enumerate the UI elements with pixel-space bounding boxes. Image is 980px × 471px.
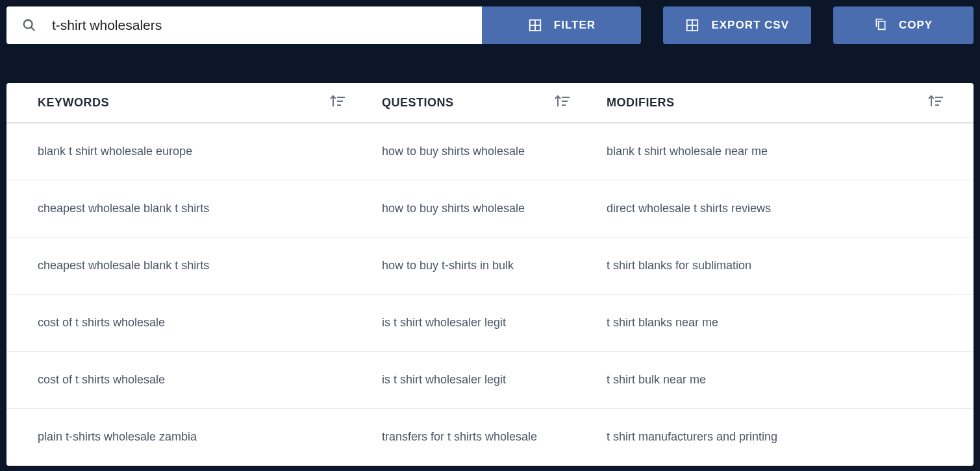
modifier-cell[interactable]: t shirt blanks for sublimation: [600, 237, 974, 295]
copy-label: COPY: [899, 19, 933, 32]
keyword-cell[interactable]: cheapest wholesale blank t shirts: [6, 180, 375, 237]
export-label: EXPORT CSV: [711, 19, 789, 32]
search-box: [6, 6, 482, 44]
svg-point-0: [24, 20, 32, 29]
question-cell[interactable]: is t shirt wholesaler legit: [375, 295, 600, 352]
column-label: KEYWORDS: [38, 96, 109, 110]
sort-icon[interactable]: [928, 95, 944, 111]
svg-rect-8: [879, 21, 885, 29]
modifier-cell[interactable]: direct wholesale t shirts reviews: [600, 180, 974, 237]
question-cell[interactable]: transfers for t shirts wholesale: [375, 409, 600, 466]
column-header-keywords: KEYWORDS: [6, 83, 375, 123]
filter-button[interactable]: FILTER: [482, 6, 641, 44]
column-header-questions: QUESTIONS: [375, 83, 600, 123]
question-cell[interactable]: how to buy shirts wholesale: [375, 123, 600, 180]
results-grid: KEYWORDS QUESTIONS: [6, 83, 974, 466]
grid-icon: [685, 18, 699, 32]
keyword-cell[interactable]: plain t-shirts wholesale zambia: [6, 409, 375, 466]
results-panel: KEYWORDS QUESTIONS: [6, 83, 974, 466]
search-icon: [22, 18, 36, 32]
modifier-cell[interactable]: t shirt bulk near me: [600, 352, 974, 409]
question-cell[interactable]: how to buy t-shirts in bulk: [375, 237, 600, 295]
keyword-cell[interactable]: cost of t shirts wholesale: [6, 352, 375, 409]
column-label: QUESTIONS: [382, 96, 454, 110]
keyword-cell[interactable]: cost of t shirts wholesale: [6, 295, 375, 352]
export-csv-button[interactable]: EXPORT CSV: [663, 6, 811, 44]
modifier-cell[interactable]: t shirt manufacturers and printing: [600, 409, 974, 466]
search-input[interactable]: [52, 18, 466, 33]
search-filter-group: FILTER: [6, 6, 641, 44]
sort-icon[interactable]: [330, 95, 346, 111]
column-header-modifiers: MODIFIERS: [600, 83, 974, 123]
copy-button[interactable]: COPY: [833, 6, 974, 44]
question-cell[interactable]: how to buy shirts wholesale: [375, 180, 600, 237]
modifier-cell[interactable]: blank t shirt wholesale near me: [600, 123, 974, 180]
keyword-cell[interactable]: blank t shirt wholesale europe: [6, 123, 375, 180]
modifier-cell[interactable]: t shirt blanks near me: [600, 295, 974, 352]
copy-icon: [874, 16, 887, 35]
svg-line-1: [31, 27, 35, 31]
toolbar: FILTER EXPORT CSV COPY: [0, 0, 980, 51]
question-cell[interactable]: is t shirt wholesaler legit: [375, 352, 600, 409]
filter-label: FILTER: [554, 19, 596, 32]
sort-icon[interactable]: [555, 95, 570, 111]
grid-icon: [528, 18, 542, 32]
keyword-cell[interactable]: cheapest wholesale blank t shirts: [6, 237, 375, 295]
column-label: MODIFIERS: [607, 96, 675, 110]
